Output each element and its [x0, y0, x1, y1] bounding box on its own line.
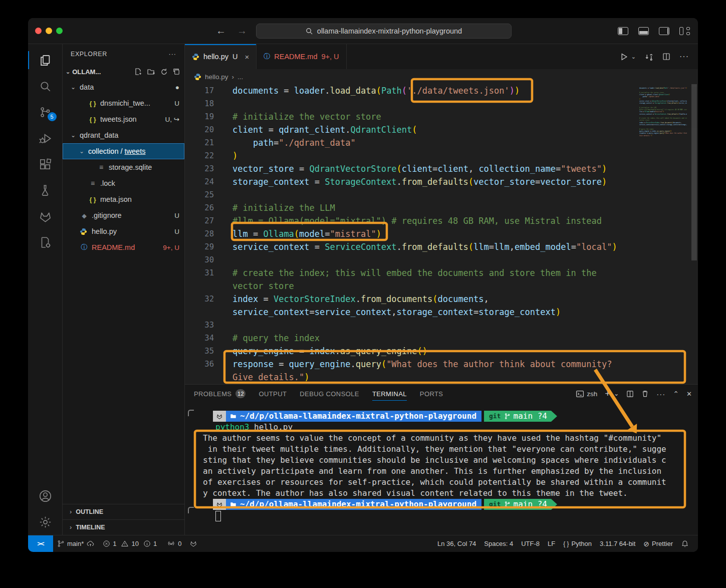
- kill-terminal-icon[interactable]: [641, 390, 649, 398]
- code-editor[interactable]: 17documents = loader.load_data(Path('./d…: [185, 84, 698, 384]
- code-line-25[interactable]: 25: [185, 188, 698, 201]
- editor-scrollbar[interactable]: [691, 84, 697, 384]
- explorer-item-collection[interactable]: ⌄collection / tweets: [63, 143, 184, 159]
- run-python-file-icon[interactable]: [620, 53, 628, 61]
- code-line-20[interactable]: 20client = qdrant_client.QdrantClient(: [185, 123, 698, 136]
- status-cursor-position[interactable]: Ln 36, Col 74: [433, 540, 480, 547]
- activity-testing[interactable]: [28, 177, 63, 203]
- minimap[interactable]: documents = loader.load_data(Path('./dat…: [639, 87, 687, 177]
- status-gitlab-sync[interactable]: [185, 540, 201, 547]
- customize-layout-icon[interactable]: [679, 27, 690, 35]
- terminal[interactable]: ~/d/p/ollama-llamaindex-mixtral-python-p…: [185, 403, 698, 535]
- status-python-interpreter[interactable]: 3.11.7 64-bit: [596, 540, 639, 547]
- activity-search[interactable]: [28, 73, 63, 99]
- status-notifications[interactable]: [677, 540, 693, 548]
- activity-extensions[interactable]: [28, 151, 63, 177]
- command-center[interactable]: ollama-llamaindex-mixtral-python-playgro…: [256, 24, 512, 39]
- zoom-window-button[interactable]: [56, 28, 63, 34]
- editor-more-icon[interactable]: ···: [679, 52, 689, 61]
- sidebar-more-icon[interactable]: ···: [169, 51, 177, 58]
- breadcrumb-more[interactable]: ...: [237, 73, 243, 81]
- status-problems[interactable]: 1101: [99, 540, 163, 547]
- code-line-26[interactable]: 26# initialize the LLM: [185, 201, 698, 214]
- split-terminal-icon[interactable]: [626, 390, 634, 398]
- new-folder-icon[interactable]: [147, 68, 155, 76]
- status-encoding[interactable]: UTF-8: [517, 540, 544, 547]
- tab-readme-md[interactable]: ⓘREADME.md9+, U: [257, 44, 346, 69]
- code-line-24[interactable]: 24storage_context = StorageContext.from_…: [185, 175, 698, 188]
- status-language-mode[interactable]: { }Python: [559, 540, 596, 547]
- toggle-panel-icon[interactable]: [638, 27, 649, 35]
- back-arrow-icon[interactable]: ←: [216, 25, 226, 37]
- code-line-30[interactable]: 30: [185, 253, 698, 266]
- refresh-icon[interactable]: [160, 68, 168, 76]
- panel-tab-problems[interactable]: PROBLEMS12: [194, 385, 246, 403]
- explorer-item-hello-py[interactable]: hello.pyU: [63, 223, 184, 239]
- run-dropdown-icon[interactable]: ⌄: [631, 54, 636, 60]
- breadcrumb[interactable]: hello.py › ...: [185, 69, 698, 84]
- explorer-item-gitignore[interactable]: ◆.gitignoreU: [63, 207, 184, 223]
- explorer-item-readme-md[interactable]: ⓘREADME.md9+, U: [63, 239, 184, 255]
- code-line-31[interactable]: 31# create the index; this will embed th…: [185, 266, 698, 279]
- new-file-icon[interactable]: [134, 68, 142, 76]
- code-line-21[interactable]: 21 path="./qdrant_data": [185, 136, 698, 149]
- panel-tab-debug-console[interactable]: DEBUG CONSOLE: [300, 385, 359, 403]
- toggle-secondary-sidebar-icon[interactable]: [659, 27, 669, 35]
- remote-indicator[interactable]: ><: [28, 535, 53, 552]
- code-line-wrap[interactable]: service_context=service_context,storage_…: [185, 306, 698, 319]
- open-changes-icon[interactable]: [645, 53, 653, 61]
- code-line-23[interactable]: 23vector_store = QdrantVectorStore(clien…: [185, 162, 698, 175]
- explorer-item-dnsmichi-twe[interactable]: { }dnsmichi_twe...U: [63, 95, 184, 111]
- code-line-34[interactable]: 34# query the index: [185, 332, 698, 345]
- minimize-window-button[interactable]: [46, 28, 52, 34]
- code-line-35[interactable]: 35query_engine = index.as_query_engine(): [185, 345, 698, 358]
- panel-more-icon[interactable]: ···: [656, 390, 665, 398]
- status-indentation[interactable]: Spaces: 4: [480, 540, 517, 547]
- code-line-18[interactable]: 18: [185, 97, 698, 110]
- explorer-item-lock[interactable]: ≡.lock: [63, 175, 184, 191]
- close-panel-icon[interactable]: ✕: [686, 390, 692, 398]
- code-line-29[interactable]: 29service_context = ServiceContext.from_…: [185, 240, 698, 253]
- panel-tab-ports[interactable]: PORTS: [420, 385, 443, 403]
- code-line-wrap[interactable]: Give details."): [185, 371, 698, 384]
- project-root-row[interactable]: ⌄ OLLAM...: [63, 64, 184, 79]
- scrollbar-thumb[interactable]: [691, 84, 697, 260]
- code-line-22[interactable]: 22): [185, 149, 698, 162]
- explorer-item-data[interactable]: ⌄data●: [63, 79, 184, 95]
- status-branch[interactable]: main*: [53, 540, 99, 547]
- code-line-32[interactable]: 32index = VectorStoreIndex.from_document…: [185, 292, 698, 306]
- terminal-dropdown-icon[interactable]: ⌄: [614, 390, 619, 397]
- code-line-28[interactable]: 28llm = Ollama(model="mistral"): [185, 227, 698, 240]
- explorer-item-qdrant-data[interactable]: ⌄qdrant_data: [63, 127, 184, 143]
- activity-settings[interactable]: [28, 509, 63, 535]
- code-line-19[interactable]: 19# initialize the vector store: [185, 110, 698, 123]
- panel-tab-terminal[interactable]: TERMINAL: [372, 385, 407, 403]
- code-line-33[interactable]: 33: [185, 319, 698, 332]
- status-formatter[interactable]: ⊘Prettier: [639, 540, 677, 548]
- panel-tab-output[interactable]: OUTPUT: [259, 385, 287, 403]
- activity-account[interactable]: [28, 483, 63, 509]
- terminal-shell-icon[interactable]: zsh: [576, 390, 597, 398]
- activity-remote-tools[interactable]: [28, 229, 63, 255]
- outline-section[interactable]: › OUTLINE: [63, 504, 184, 519]
- maximize-panel-icon[interactable]: ⌃: [673, 390, 679, 398]
- collapse-all-icon[interactable]: [173, 68, 180, 76]
- forward-arrow-icon[interactable]: →: [237, 25, 247, 37]
- activity-gitlab[interactable]: [28, 203, 63, 229]
- tab-hello-py[interactable]: hello.pyU×: [185, 44, 257, 69]
- code-line-wrap[interactable]: vector store: [185, 279, 698, 292]
- status-eol[interactable]: LF: [544, 540, 559, 547]
- explorer-item-tweets-json[interactable]: { }tweets.jsonU, ↪: [63, 111, 184, 127]
- code-line-17[interactable]: 17documents = loader.load_data(Path('./d…: [185, 84, 698, 97]
- timeline-section[interactable]: › TIMELINE: [63, 519, 184, 535]
- activity-explorer[interactable]: [28, 47, 63, 73]
- new-terminal-icon[interactable]: +: [605, 388, 610, 399]
- code-line-36[interactable]: 36response = query_engine.query("What do…: [185, 358, 698, 371]
- close-tab-icon[interactable]: ×: [245, 53, 249, 61]
- explorer-item-meta-json[interactable]: { }meta.json: [63, 191, 184, 207]
- code-line-27[interactable]: 27#llm = Ollama(model="mixtral") # requi…: [185, 214, 698, 227]
- split-editor-icon[interactable]: [662, 53, 670, 61]
- toggle-sidebar-icon[interactable]: [618, 27, 628, 35]
- status-broadcast[interactable]: 0: [163, 540, 185, 547]
- explorer-item-storage-sqlite[interactable]: ≡storage.sqlite: [63, 159, 184, 175]
